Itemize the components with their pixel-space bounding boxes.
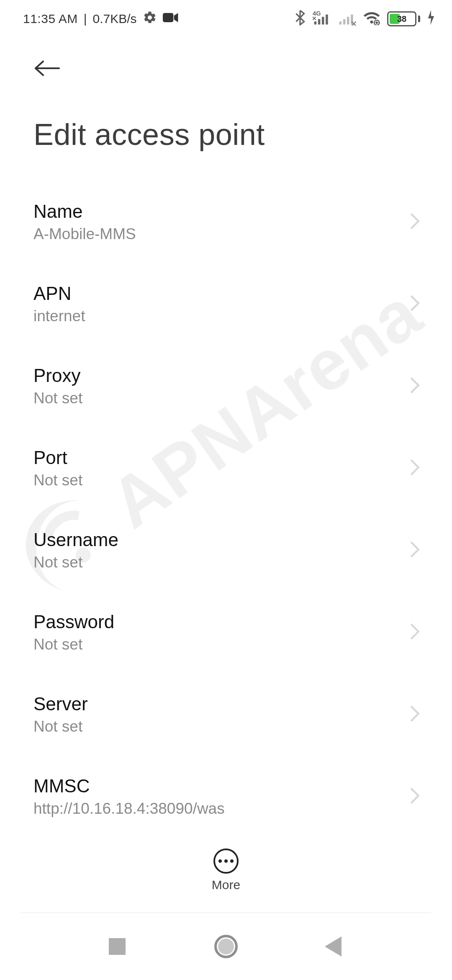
chevron-right-icon	[409, 294, 421, 314]
item-value: Not set	[33, 472, 82, 489]
svg-rect-6	[339, 21, 342, 24]
item-label: Server	[33, 694, 88, 714]
triangle-left-icon	[325, 936, 342, 957]
item-value: http://10.16.18.4:38090/was	[33, 800, 225, 818]
nav-home-button[interactable]	[211, 932, 241, 961]
settings-list-container[interactable]: Name A-Mobile-MMS APN internet Proxy Not…	[0, 164, 452, 872]
chevron-right-icon	[409, 787, 421, 807]
bluetooth-icon	[294, 10, 306, 28]
back-button[interactable]	[33, 57, 63, 82]
item-value: A-Mobile-MMS	[33, 225, 136, 243]
svg-rect-2	[314, 21, 317, 24]
status-right: 4G 38	[294, 10, 435, 28]
battery-indicator: 38	[387, 11, 420, 26]
chevron-right-icon	[409, 458, 421, 478]
svg-rect-4	[322, 17, 324, 24]
item-label: MMSC	[33, 776, 225, 797]
apn-item-name[interactable]: Name A-Mobile-MMS	[0, 181, 452, 263]
chevron-right-icon	[409, 376, 421, 396]
signal-4g-icon: 4G	[313, 10, 331, 28]
svg-text:4G: 4G	[313, 10, 321, 16]
status-time: 11:35 AM	[23, 12, 78, 26]
chevron-right-icon	[409, 540, 421, 560]
status-separator: |	[84, 12, 87, 26]
apn-item-port[interactable]: Port Not set	[0, 427, 452, 509]
item-value: Not set	[33, 389, 82, 407]
item-value: internet	[33, 307, 85, 325]
apn-item-username[interactable]: Username Not set	[0, 509, 452, 591]
status-bar: 11:35 AM | 0.7KB/s 4G	[0, 0, 452, 38]
more-label: More	[212, 878, 240, 892]
item-value: Not set	[33, 718, 88, 735]
status-left: 11:35 AM | 0.7KB/s	[23, 10, 179, 28]
charging-icon	[427, 10, 435, 28]
settings-list: Name A-Mobile-MMS APN internet Proxy Not…	[0, 164, 452, 872]
nav-recent-button[interactable]	[103, 932, 132, 961]
item-label: Proxy	[33, 365, 82, 386]
nav-back-button[interactable]	[320, 932, 349, 961]
gear-icon	[143, 10, 157, 28]
item-label: APN	[33, 283, 85, 304]
svg-rect-3	[318, 19, 321, 24]
chevron-right-icon	[409, 704, 421, 725]
apn-item-server[interactable]: Server Not set	[0, 673, 452, 756]
chevron-right-icon	[409, 212, 421, 232]
svg-rect-7	[343, 19, 346, 24]
wifi-icon	[363, 10, 380, 28]
navigation-bar	[0, 913, 452, 980]
apn-item-mmsc[interactable]: MMSC http://10.16.18.4:38090/was	[0, 756, 452, 838]
apn-item-apn[interactable]: APN internet	[0, 263, 452, 345]
apn-item-password[interactable]: Password Not set	[0, 591, 452, 673]
item-label: Username	[33, 529, 118, 550]
svg-rect-0	[163, 13, 173, 22]
app-header	[0, 38, 452, 94]
chevron-right-icon	[409, 622, 421, 642]
item-label: Password	[33, 611, 114, 632]
item-label: Name	[33, 201, 136, 222]
battery-percent: 38	[388, 13, 415, 25]
item-label: Port	[33, 447, 82, 468]
page-title: Edit access point	[33, 117, 419, 152]
square-icon	[109, 938, 126, 955]
item-value: Not set	[33, 554, 118, 571]
svg-rect-8	[347, 17, 349, 24]
svg-rect-5	[326, 14, 328, 24]
apn-item-proxy[interactable]: Proxy Not set	[0, 345, 452, 427]
circle-icon	[214, 935, 238, 958]
signal-no-sim-icon	[338, 10, 356, 28]
camera-icon	[163, 11, 179, 27]
status-net-speed: 0.7KB/s	[93, 12, 137, 26]
more-button[interactable]: More	[0, 833, 452, 907]
arrow-left-icon	[33, 59, 61, 79]
page-title-wrap: Edit access point	[0, 94, 452, 164]
item-value: Not set	[33, 636, 114, 653]
more-icon	[213, 848, 239, 874]
